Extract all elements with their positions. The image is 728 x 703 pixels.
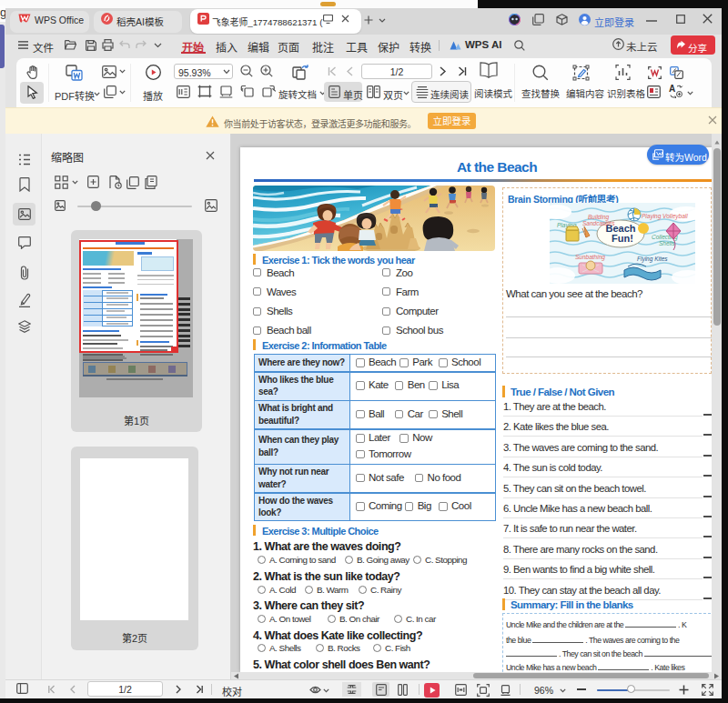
svg-text:Flying Kites: Flying Kites bbox=[637, 256, 668, 263]
svg-text:Shells: Shells bbox=[659, 240, 675, 246]
svg-text:A: A bbox=[669, 84, 675, 94]
svg-text:Sandcastles: Sandcastles bbox=[582, 220, 615, 226]
svg-text:Sunbathing: Sunbathing bbox=[575, 254, 605, 261]
svg-text:Fun!: Fun! bbox=[612, 233, 633, 244]
svg-text:Playing Volleyball: Playing Volleyball bbox=[642, 213, 688, 220]
